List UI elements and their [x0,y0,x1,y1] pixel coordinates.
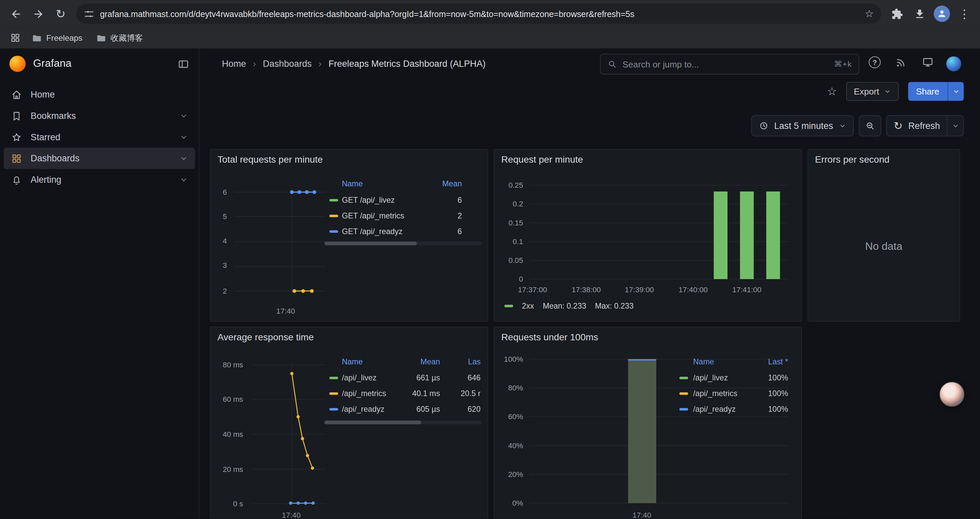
chevron-down-icon[interactable] [180,112,188,120]
legend-swatch [329,408,338,410]
legend: 2xx Mean: 0.233 Max: 0.233 [504,302,633,310]
user-menu-button[interactable] [946,56,961,72]
legend-name[interactable]: GET /api/_livez [342,195,395,205]
bookmark-folder-freeleaps[interactable]: Freeleaps [26,30,88,45]
dock-menu-button[interactable] [177,58,189,70]
legend-header-name[interactable]: Name [693,357,714,367]
apps-grid-icon [10,32,20,43]
search-input[interactable]: Search or jump to... ⌘+k [600,54,859,75]
sidebar-item-dashboards[interactable]: Dashboards [4,148,195,169]
x-tick: 17:41:00 [722,285,772,295]
export-button[interactable]: Export [846,82,898,101]
y-tick: 0 [494,274,523,284]
grafana-logo[interactable] [10,56,26,72]
scrollbar-thumb[interactable] [324,420,421,424]
legend-scrollbar[interactable] [324,241,482,245]
y-tick: 20% [494,469,523,479]
legend-header-name[interactable]: Name [342,357,363,367]
reload-icon: ↻ [56,8,66,20]
chevron-down-icon[interactable] [180,175,188,184]
y-tick: 60 ms [212,394,243,404]
legend-name[interactable]: /api/_livez [342,373,377,383]
breadcrumb-current: Freeleaps Metrics Dashboard (ALPHA) [329,59,486,69]
refresh-interval-button[interactable] [947,116,963,136]
screen-button[interactable] [922,56,934,69]
zoom-out-button[interactable] [859,115,881,137]
legend-name[interactable]: GET /api/_readyz [342,227,402,236]
legend-header-last[interactable]: Las [451,357,480,367]
sidebar-item-starred[interactable]: Starred [4,126,195,148]
legend-value: 100% [751,373,788,383]
panel-title[interactable]: Request per minute [501,154,583,164]
puzzle-icon [891,8,903,20]
downloads-button[interactable] [908,3,930,24]
bookmark-folder-blogs[interactable]: 收藏博客 [91,30,148,46]
news-button[interactable] [895,56,907,69]
panel-title[interactable]: Errors per second [815,154,889,164]
legend-swatch [679,393,688,395]
apps-shortcut-button[interactable] [6,29,24,46]
browser-menu-button[interactable]: ⋮ [954,3,975,24]
legend-name[interactable]: /api/_livez [693,373,728,383]
timeseries-chart[interactable] [232,185,328,299]
y-tick: 60% [494,412,523,422]
sidebar-item-bookmarks[interactable]: Bookmarks [4,105,195,126]
url-text[interactable]: grafana.mathmast.com/d/deytv4rwavabkb/fr… [100,9,859,18]
sidebar-item-home[interactable]: Home [4,84,195,105]
grafana-app: Grafana Home Bookmarks Starred [0,49,980,519]
breadcrumb-dashboards[interactable]: Dashboards [263,59,312,69]
chevron-down-icon[interactable] [180,154,188,163]
forward-button[interactable] [27,3,49,24]
site-settings-icon[interactable] [84,8,94,19]
legend-value: 100% [751,404,788,414]
time-range-picker[interactable]: Last 5 minutes [751,115,854,137]
panel-title[interactable]: Requests under 100ms [501,332,598,342]
timeseries-chart[interactable] [250,360,328,510]
favorite-star-icon[interactable]: ☆ [827,86,837,97]
assistant-avatar[interactable] [939,382,964,407]
y-tick: 0.25 [494,180,523,190]
bookmarks-bar: Freeleaps 收藏博客 [0,27,980,49]
help-button[interactable]: ? [869,56,881,69]
bookmark-star-icon[interactable]: ☆ [865,9,874,19]
chevron-down-icon[interactable] [180,133,188,141]
sidebar-item-alerting[interactable]: Alerting [4,169,195,190]
legend-name[interactable]: /api/_metrics [693,389,738,399]
download-icon [913,8,925,20]
legend-name[interactable]: /api/_readyz [693,404,736,414]
legend-name[interactable]: /api/_readyz [342,404,385,414]
address-bar[interactable]: grafana.mathmast.com/d/deytv4rwavabkb/fr… [76,4,881,24]
back-icon [10,8,22,20]
legend-name[interactable]: GET /api/_metrics [342,211,404,221]
breadcrumb-home[interactable]: Home [222,59,246,69]
reload-button[interactable]: ↻ [50,3,72,24]
legend-swatch [329,199,338,201]
extensions-button[interactable] [886,3,908,24]
legend-header-name[interactable]: Name [342,179,363,189]
legend-name[interactable]: /api/_metrics [342,389,386,399]
x-tick: 17:37:00 [508,285,557,295]
legend-header-mean[interactable]: Mean [424,179,461,189]
legend-scrollbar[interactable] [324,420,482,424]
bar-chart[interactable] [528,181,791,283]
back-button[interactable] [5,3,26,24]
panel-title[interactable]: Average response time [218,332,314,342]
legend-series[interactable]: 2xx [522,302,534,310]
legend-mean: Mean: 0.233 [543,302,586,310]
clock-icon [759,121,768,131]
y-tick: 0.1 [494,236,523,246]
panel-title[interactable]: Total requests per minute [218,154,323,164]
y-tick: 3 [210,260,227,270]
x-tick: 17:40:00 [668,285,718,295]
scrollbar-thumb[interactable] [324,241,417,245]
bar [628,359,656,503]
share-button[interactable]: Share [908,82,964,101]
share-menu-button[interactable] [948,82,964,101]
y-tick: 0.2 [494,199,523,209]
legend-value: 661 µs [400,373,440,383]
x-tick: 17:40 [623,510,660,519]
refresh-button[interactable]: ↻ Refresh [886,115,964,137]
legend-header-mean[interactable]: Mean [400,357,440,367]
legend-header-last[interactable]: Last * [751,357,788,367]
profile-button[interactable] [931,3,953,24]
